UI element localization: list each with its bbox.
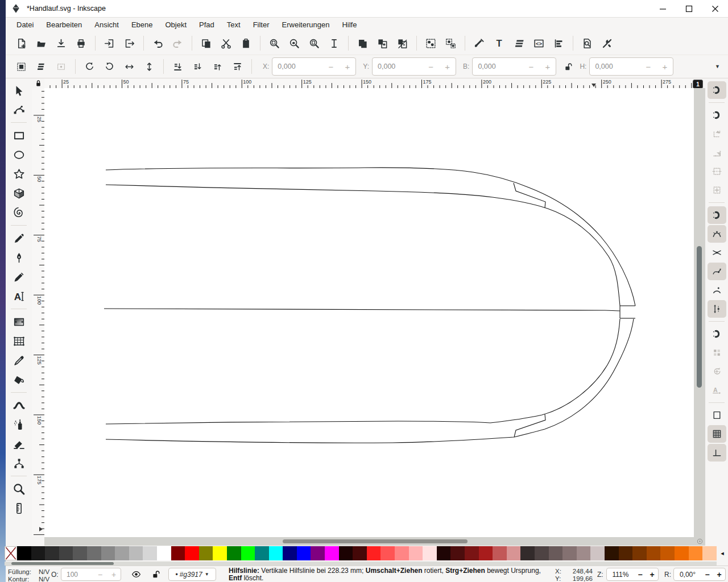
menu-hilfe[interactable]: Hilfe xyxy=(336,19,363,31)
palette-swatch-3[interactable] xyxy=(59,546,73,560)
zoom-selection-button[interactable] xyxy=(264,34,284,53)
create-clone-button[interactable] xyxy=(373,34,392,53)
palette-swatch-7[interactable] xyxy=(115,546,129,560)
eraser-tool-button[interactable] xyxy=(9,434,29,454)
snap-bbox-button[interactable] xyxy=(708,106,726,124)
node-tool-button[interactable] xyxy=(9,100,29,119)
palette-swatch-24[interactable] xyxy=(353,546,367,560)
snap-bbox-edges-button[interactable] xyxy=(708,125,726,143)
cut-button[interactable] xyxy=(216,34,236,53)
palette-swatch-30[interactable] xyxy=(437,546,451,560)
snap-nodes-button[interactable] xyxy=(708,206,726,224)
snap-grid-button[interactable] xyxy=(708,425,726,443)
rotation-input[interactable]: 0,00° − + xyxy=(673,568,726,581)
palette-swatch-none[interactable] xyxy=(5,546,17,560)
palette-swatch-20[interactable] xyxy=(297,546,311,560)
ruler-lock-icon[interactable] xyxy=(32,78,44,88)
connector-tool-button[interactable] xyxy=(9,454,29,473)
snap-text-baseline-button[interactable]: A xyxy=(708,381,726,399)
menu-erweiterungen[interactable]: Erweiterungen xyxy=(276,19,336,31)
snap-bbox-midpoints-button[interactable] xyxy=(708,163,726,180)
palette-swatch-9[interactable] xyxy=(143,546,157,560)
snap-smooth-nodes-button[interactable] xyxy=(708,281,726,299)
undo-button[interactable] xyxy=(148,34,168,53)
close-button[interactable] xyxy=(702,0,728,17)
palette-swatch-32[interactable] xyxy=(465,546,479,560)
horizontal-ruler[interactable]: 255075100125150175200225250275 xyxy=(44,78,694,89)
palette-swatch-40[interactable] xyxy=(577,546,591,560)
snap-others-button[interactable] xyxy=(708,325,726,343)
palette-scroll-left-button[interactable]: ◂ xyxy=(718,546,727,560)
xml-editor-button[interactable]: <> xyxy=(529,34,549,53)
palette-swatch-4[interactable] xyxy=(73,546,87,560)
zoom-page-width-button[interactable] xyxy=(324,34,344,53)
ellipse-tool-button[interactable] xyxy=(9,145,29,164)
spray-tool-button[interactable] xyxy=(9,415,29,434)
x-field-increment[interactable]: + xyxy=(339,62,355,72)
menu-filter[interactable]: Filter xyxy=(247,19,276,31)
y-field-increment[interactable]: + xyxy=(439,62,456,72)
opacity-increment[interactable]: + xyxy=(107,570,121,579)
y-field-input[interactable]: 0,000−+ xyxy=(372,57,456,76)
palette-swatch-34[interactable] xyxy=(493,546,507,560)
palette-swatch-18[interactable] xyxy=(269,546,283,560)
lower-button[interactable] xyxy=(188,57,208,76)
flip-horizontal-button[interactable] xyxy=(119,57,139,76)
raise-to-top-button[interactable] xyxy=(228,57,247,76)
snap-bbox-centers-button[interactable] xyxy=(708,181,726,199)
star-tool-button[interactable] xyxy=(9,164,29,184)
h-field-increment[interactable]: + xyxy=(656,62,673,72)
palette-swatch-29[interactable] xyxy=(423,546,437,560)
palette-swatch-48[interactable] xyxy=(689,546,703,560)
opacity-decrement[interactable]: − xyxy=(93,570,107,579)
fill-stroke-dialog-button[interactable] xyxy=(469,34,489,53)
calligraphy-tool-button[interactable] xyxy=(9,267,29,286)
layer-visibility-toggle[interactable] xyxy=(129,568,144,581)
duplicate-button[interactable] xyxy=(353,34,373,53)
save-document-button[interactable] xyxy=(51,34,71,53)
palette-swatch-11[interactable] xyxy=(171,546,185,560)
spiral-tool-button[interactable] xyxy=(9,203,29,222)
layer-lock-toggle[interactable] xyxy=(148,568,164,581)
select-all-button[interactable] xyxy=(11,57,31,76)
align-dialog-button[interactable] xyxy=(549,34,569,53)
palette-swatch-15[interactable] xyxy=(227,546,241,560)
text-dialog-button[interactable]: T xyxy=(489,34,509,53)
palette-scrollbar-thumb[interactable] xyxy=(11,562,114,565)
document-properties-button[interactable] xyxy=(577,34,597,53)
palette-swatch-25[interactable] xyxy=(367,546,381,560)
box3d-tool-button[interactable] xyxy=(9,184,29,203)
flip-vertical-button[interactable] xyxy=(139,57,159,76)
select-all-layers-button[interactable] xyxy=(31,57,51,76)
maximize-button[interactable] xyxy=(676,0,702,17)
rotate-ccw-button[interactable] xyxy=(80,57,100,76)
rotation-decrement[interactable]: − xyxy=(701,570,713,579)
zoom-increment[interactable]: + xyxy=(646,570,658,579)
ungroup-button[interactable] xyxy=(441,34,461,53)
palette-swatch-43[interactable] xyxy=(619,546,633,560)
export-button[interactable] xyxy=(119,34,139,53)
vertical-ruler[interactable]: 255075100125150175 xyxy=(32,88,45,537)
deselect-button[interactable] xyxy=(51,57,71,76)
menu-ansicht[interactable]: Ansicht xyxy=(88,19,125,31)
palette-swatch-27[interactable] xyxy=(395,546,409,560)
pencil-tool-button[interactable] xyxy=(9,228,29,248)
palette-swatch-10[interactable] xyxy=(157,546,171,560)
palette-swatch-31[interactable] xyxy=(450,546,465,560)
palette-swatch-42[interactable] xyxy=(605,546,619,560)
rotate-cw-button[interactable] xyxy=(100,57,119,76)
print-document-button[interactable] xyxy=(71,34,91,53)
rotation-increment[interactable]: + xyxy=(713,570,725,579)
snap-rotation-centers-button[interactable] xyxy=(708,363,726,380)
minimize-button[interactable] xyxy=(650,0,676,17)
import-button[interactable] xyxy=(100,34,119,53)
mesh-tool-button[interactable] xyxy=(9,331,29,351)
layers-dialog-button[interactable] xyxy=(509,34,529,53)
menu-objekt[interactable]: Objekt xyxy=(159,19,193,31)
canvas[interactable] xyxy=(44,88,694,537)
text-tool-button[interactable]: A xyxy=(9,286,29,306)
snap-path-intersection-button[interactable] xyxy=(708,244,726,261)
scrollbar-corner-knob[interactable] xyxy=(694,537,705,546)
menu-datei[interactable]: Datei xyxy=(10,19,40,31)
palette-swatch-37[interactable] xyxy=(535,546,549,560)
